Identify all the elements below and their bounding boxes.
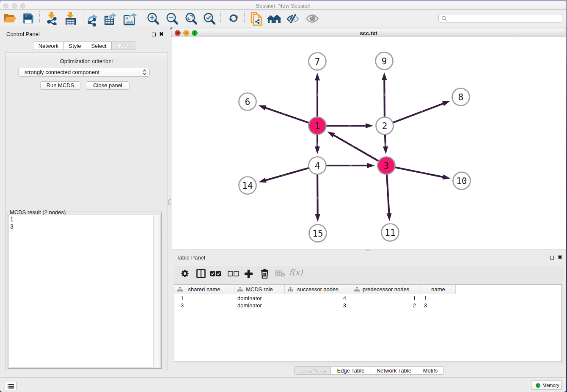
column-header-name[interactable]: name xyxy=(421,285,456,294)
mcds-tab-content: Optimization criterion: strongly connect… xyxy=(5,52,168,371)
save-session-icon[interactable] xyxy=(22,13,34,26)
control-panel-title: Control Panel xyxy=(6,31,40,37)
edge-3-10[interactable] xyxy=(395,167,444,177)
dropdown-arrows-icon xyxy=(143,69,146,75)
node-label-6: 6 xyxy=(245,97,250,107)
table-cell[interactable]: 3 xyxy=(424,302,452,309)
table-cell[interactable]: 1 xyxy=(351,295,416,302)
search-input[interactable] xyxy=(449,14,559,22)
close-panel-button[interactable]: Close panel xyxy=(86,81,129,90)
table-cell[interactable]: 1 xyxy=(424,295,452,302)
tab-style[interactable]: Style xyxy=(64,41,86,50)
select-all-icon[interactable] xyxy=(210,271,221,278)
graph-node-7[interactable]: 7 xyxy=(309,53,326,70)
run-mcds-button[interactable]: Run MCDS xyxy=(40,81,80,90)
close-panel-icon[interactable]: ✖ xyxy=(159,32,164,36)
network-window-titlebar[interactable]: scc.txt xyxy=(171,28,566,37)
show-all-icon[interactable] xyxy=(306,14,319,25)
mcds-result-list[interactable]: 13 xyxy=(8,215,161,367)
column-header-shared-name[interactable]: shared name xyxy=(174,285,234,294)
memory-status-dot xyxy=(536,383,540,388)
copy-network-icon[interactable] xyxy=(250,12,262,28)
graph-node-8[interactable]: 8 xyxy=(452,88,470,106)
control-panel: Control Panel ✖ NetworkStyleSelectMCDS O… xyxy=(0,26,169,377)
graph-node-10[interactable]: 10 xyxy=(453,172,471,190)
tab-network[interactable]: Network xyxy=(33,41,64,50)
edge-arrow-4-15 xyxy=(315,214,320,222)
tab-network-table[interactable]: Network Table xyxy=(371,366,417,375)
close-table-panel-icon[interactable]: ✖ xyxy=(558,255,562,259)
tab-node-table[interactable]: Node Table xyxy=(294,366,331,375)
graph-node-4[interactable]: 4 xyxy=(309,157,326,174)
float-panel-button[interactable] xyxy=(152,33,156,36)
graph-node-3[interactable]: 3 xyxy=(378,157,395,174)
split-view-icon[interactable] xyxy=(196,269,206,280)
result-scrollbar[interactable] xyxy=(153,215,160,367)
tab-select[interactable]: Select xyxy=(86,41,112,50)
graph-node-6[interactable]: 6 xyxy=(239,93,256,110)
delete-icon[interactable] xyxy=(261,268,269,280)
export-table-icon[interactable] xyxy=(104,12,117,28)
window-title: Session: New Session xyxy=(0,3,566,9)
search-icon xyxy=(441,16,447,22)
import-network-icon[interactable] xyxy=(46,12,58,27)
edge-arrow-4-14 xyxy=(259,178,267,183)
toolbar-separator xyxy=(39,11,40,24)
column-header-successor-nodes[interactable]: successor nodes xyxy=(285,285,351,294)
edge-2-9[interactable] xyxy=(384,79,385,117)
edge-3-11[interactable] xyxy=(387,174,389,214)
optimization-label: Optimization criterion: xyxy=(6,58,168,64)
toolbar-separator xyxy=(244,11,245,24)
zoom-fit-icon[interactable] xyxy=(185,13,197,26)
table-cell[interactable]: 1 xyxy=(181,295,234,302)
graph-node-15[interactable]: 15 xyxy=(309,225,327,242)
graph-node-11[interactable]: 11 xyxy=(382,224,399,241)
table-cell[interactable]: dominator xyxy=(237,302,281,309)
edge-1-6[interactable] xyxy=(265,108,309,123)
network-canvas[interactable]: 7968124314101511 xyxy=(171,37,566,249)
graph-node-1[interactable]: 1 xyxy=(309,117,326,135)
node-label-15: 15 xyxy=(312,229,323,239)
home-icon[interactable] xyxy=(267,14,283,25)
table-cell[interactable]: 2 xyxy=(351,302,416,309)
result-item[interactable]: 1 xyxy=(9,216,160,223)
table-cell[interactable]: 4 xyxy=(285,295,346,302)
graph-node-2[interactable]: 2 xyxy=(376,117,394,135)
tab-motifs[interactable]: Motifs xyxy=(417,366,444,375)
edge-4-15[interactable] xyxy=(317,174,318,215)
tab-edge-table[interactable]: Edge Table xyxy=(331,366,371,375)
hide-selected-icon[interactable] xyxy=(286,13,299,26)
zoom-out-icon[interactable] xyxy=(166,13,178,26)
deselect-all-icon[interactable] xyxy=(228,271,239,278)
refresh-icon[interactable] xyxy=(228,14,239,25)
column-header-predecessor-nodes[interactable]: predecessor nodes xyxy=(351,285,421,294)
zoom-selected-icon[interactable] xyxy=(204,13,215,26)
column-header-MCDS-role[interactable]: MCDS role xyxy=(234,285,285,294)
criterion-dropdown[interactable]: strongly connected component xyxy=(18,68,150,77)
edge-4-14[interactable] xyxy=(265,168,308,180)
graph-node-9[interactable]: 9 xyxy=(376,52,393,70)
edge-3-1[interactable] xyxy=(333,135,379,161)
edge-arrow-2-3 xyxy=(383,146,388,154)
node-label-1: 1 xyxy=(315,121,320,131)
table-cell[interactable]: 3 xyxy=(285,302,346,309)
edge-2-8[interactable] xyxy=(393,103,444,122)
table-cell[interactable]: dominator xyxy=(237,295,281,302)
node-label-4: 4 xyxy=(315,161,320,171)
console-button[interactable] xyxy=(5,382,17,390)
import-table-icon[interactable] xyxy=(64,12,77,27)
table-cell[interactable]: 3 xyxy=(181,302,234,309)
export-image-icon[interactable] xyxy=(124,12,138,28)
gear-icon[interactable] xyxy=(181,269,189,279)
zoom-in-icon[interactable] xyxy=(147,13,159,26)
graph-node-14[interactable]: 14 xyxy=(239,177,256,194)
network-graph: 7968124314101511 xyxy=(171,37,566,248)
memory-button[interactable]: Memory xyxy=(531,381,562,390)
toolbar-separator xyxy=(83,11,83,24)
float-table-panel-button[interactable] xyxy=(550,256,554,259)
add-icon[interactable] xyxy=(244,269,253,280)
result-item[interactable]: 3 xyxy=(9,223,160,230)
open-session-icon[interactable] xyxy=(3,13,16,26)
tab-mcds[interactable]: MCDS xyxy=(112,41,136,50)
application-window: Session: New Session Control Panel ✖ Net… xyxy=(0,1,566,392)
